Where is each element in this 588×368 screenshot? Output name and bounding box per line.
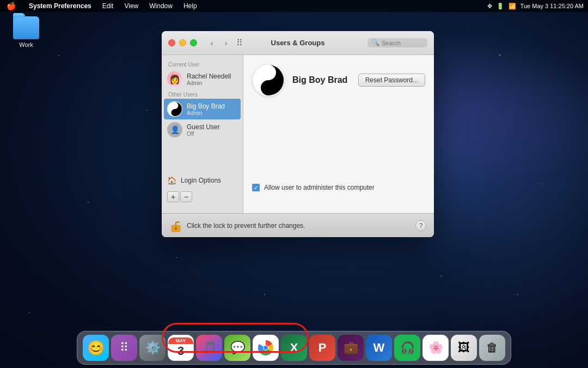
svg-point-4 <box>265 69 272 76</box>
remove-user-button[interactable]: − <box>180 191 192 202</box>
admin-checkbox[interactable]: ✓ <box>252 184 260 191</box>
bigboybrad-info: Big Boy Brad Admin <box>187 102 237 116</box>
dock-item-finder[interactable]: 😊 <box>83 335 109 361</box>
desktop-folder-work[interactable]: Work <box>7 16 45 48</box>
dock-item-word[interactable]: W <box>366 335 392 361</box>
guest-avatar: 👤 <box>167 122 182 137</box>
current-user-name: Rachel Needell <box>187 73 237 80</box>
login-options-icon: 🏠 <box>167 176 176 185</box>
current-user-avatar: 👩 <box>167 71 182 87</box>
folder-label: Work <box>19 41 33 48</box>
window-menu[interactable]: Window <box>147 2 175 10</box>
menubar: 🍎 Users & Groups System Preferences Edit… <box>0 0 588 12</box>
svg-point-2 <box>173 111 176 114</box>
maximize-button[interactable] <box>190 39 197 46</box>
admin-checkbox-row: ✓ Allow user to administer this computer <box>252 184 425 191</box>
forward-button[interactable]: › <box>220 37 232 49</box>
dock-item-messages[interactable]: 💬 <box>224 335 250 361</box>
search-bar[interactable]: 🔍 <box>367 38 427 47</box>
svg-point-5 <box>265 85 272 92</box>
help-button[interactable]: ? <box>415 220 426 231</box>
dock-item-powerpoint[interactable]: P <box>309 335 335 361</box>
users-sidebar: Current User 👩 Rachel Needell Admin Othe… <box>162 55 243 213</box>
selected-user-name: Big Boy Brad <box>292 75 347 85</box>
battery-icon: 🔋 <box>497 3 504 10</box>
reset-password-button[interactable]: Reset Password... <box>358 74 425 87</box>
edit-menu[interactable]: Edit <box>100 2 116 10</box>
dock-item-chrome[interactable] <box>253 335 279 361</box>
traffic-lights <box>168 39 197 46</box>
dock-item-photos[interactable]: 🌸 <box>422 335 449 361</box>
view-menu[interactable]: View <box>122 2 140 10</box>
current-user-label: Current User <box>162 59 243 69</box>
menubar-left: 🍎 Users & Groups System Preferences Edit… <box>4 2 199 10</box>
bottom-bar: Click the lock to prevent further change… <box>162 213 434 237</box>
window-title: Users & Groups <box>271 39 325 47</box>
guest-name: Guest User <box>187 123 237 131</box>
guest-role: Off <box>187 131 237 137</box>
dock-item-launchpad[interactable]: ⠿ <box>111 335 137 361</box>
svg-point-8 <box>175 227 177 229</box>
current-user-info: Rachel Needell Admin <box>187 73 237 86</box>
menubar-right: ✥ 🔋 📶 Tue May 3 11:25:20 AM <box>487 3 584 10</box>
other-users-label: Other Users <box>162 89 243 99</box>
dock-item-calendar[interactable]: MAY 3 <box>168 335 194 361</box>
close-button[interactable] <box>168 39 175 46</box>
dock-item-preview[interactable]: 🖼 <box>451 335 477 361</box>
window-content: Current User 👩 Rachel Needell Admin Othe… <box>162 55 434 213</box>
add-user-button[interactable]: + <box>167 191 179 202</box>
desktop: 🍎 Users & Groups System Preferences Edit… <box>0 0 588 368</box>
guest-info: Guest User Off <box>187 123 237 137</box>
sidebar-user-bigboybrad[interactable]: Big Boy Brad Admin <box>164 99 241 119</box>
sidebar-actions: + − <box>162 188 243 206</box>
bigboybrad-avatar <box>167 101 182 117</box>
dock-item-music[interactable]: 🎵 <box>196 335 222 361</box>
login-options-label: Login Options <box>181 177 221 184</box>
search-icon: 🔍 <box>372 39 379 46</box>
app-menu-system-preferences[interactable]: System Preferences <box>27 2 94 10</box>
login-options-item[interactable]: 🏠 Login Options <box>162 173 243 188</box>
bigboybrad-name: Big Boy Brad <box>187 102 237 110</box>
help-menu[interactable]: Help <box>181 2 199 10</box>
lock-text: Click the lock to prevent further change… <box>187 222 305 230</box>
lock-icon <box>169 219 182 232</box>
lock-button[interactable]: Click the lock to prevent further change… <box>169 219 305 232</box>
bigboybrad-role: Admin <box>187 110 237 116</box>
wifi-icon: 📶 <box>509 3 516 10</box>
dropbox-icon: ✥ <box>487 3 492 10</box>
time-display: Tue May 3 11:25:20 AM <box>520 3 584 9</box>
folder-icon <box>13 16 39 39</box>
admin-checkbox-label: Allow user to administer this computer <box>264 184 375 191</box>
dock-item-excel[interactable]: X <box>281 335 307 361</box>
main-content: Big Boy Brad Reset Password... ✓ Allow u… <box>243 55 434 213</box>
dock-item-spotify[interactable]: 🎧 <box>394 335 420 361</box>
svg-point-11 <box>264 346 268 350</box>
user-detail-header: Big Boy Brad Reset Password... <box>252 64 425 96</box>
grid-view-button[interactable]: ⠿ <box>236 38 243 48</box>
search-input[interactable] <box>382 40 425 46</box>
titlebar: ‹ › ⠿ Users & Groups 🔍 <box>162 31 434 55</box>
nav-buttons: ‹ › <box>206 37 232 49</box>
dock-item-system-preferences[interactable]: ⚙️ <box>139 335 166 361</box>
minimize-button[interactable] <box>179 39 186 46</box>
svg-point-1 <box>173 104 176 107</box>
back-button[interactable]: ‹ <box>206 37 218 49</box>
dock: 😊 ⠿ ⚙️ MAY 3 🎵 💬 <box>77 331 511 365</box>
sidebar-user-guest[interactable]: 👤 Guest User Off <box>162 119 243 140</box>
current-user-role: Admin <box>187 80 237 86</box>
dock-item-slack[interactable]: 💼 <box>338 335 364 361</box>
apple-menu[interactable]: 🍎 <box>4 2 18 10</box>
selected-user-avatar <box>252 64 285 96</box>
dock-item-trash[interactable]: 🗑 <box>479 335 505 361</box>
sidebar-current-user[interactable]: 👩 Rachel Needell Admin <box>162 69 243 89</box>
users-groups-window: ‹ › ⠿ Users & Groups 🔍 Current User 👩 <box>162 31 434 237</box>
